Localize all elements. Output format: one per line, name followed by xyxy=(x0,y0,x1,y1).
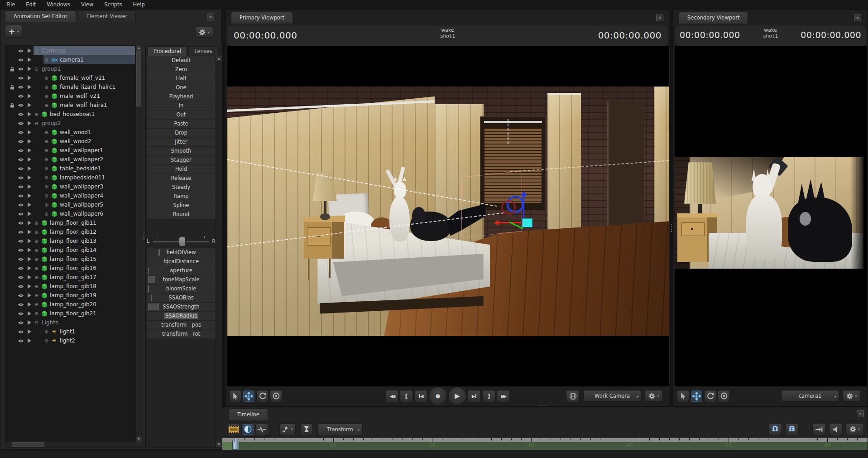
tree-row-wall_wallpaper2[interactable]: ⊕wall_wallpaper2 xyxy=(5,155,136,164)
tab-element-viewer[interactable]: Element Viewer xyxy=(78,10,136,22)
eye-icon[interactable] xyxy=(18,330,24,334)
tab-animation-set-editor[interactable]: Animation Set Editor xyxy=(5,10,76,22)
expander-collapse-icon[interactable]: ⊖ xyxy=(34,48,38,53)
tree-row-Cameras[interactable]: ⊖Cameras xyxy=(5,46,136,55)
tree-row-table_bedside1[interactable]: ⊕table_bedside1 xyxy=(5,164,136,173)
expander-expand-icon[interactable]: ⊕ xyxy=(34,112,38,117)
expander-expand-icon[interactable]: ⊕ xyxy=(44,76,48,81)
motion-arrow-icon[interactable] xyxy=(28,130,31,135)
tree-row-wall_wallpaper6[interactable]: ⊕wall_wallpaper6 xyxy=(5,209,136,218)
gear-button[interactable]: ▾ xyxy=(846,423,864,435)
preset-button-zero[interactable]: Zero xyxy=(147,65,216,74)
secondary-3d-scene[interactable] xyxy=(675,157,863,269)
preset-button-default[interactable]: Default xyxy=(147,56,216,65)
tree-row-wall_wallpaper5[interactable]: ⊕wall_wallpaper5 xyxy=(5,200,136,209)
frame-forward-button[interactable]: ▶ xyxy=(468,390,481,402)
parameter-row-transform-rot[interactable]: transform - rot xyxy=(147,330,216,338)
eye-icon[interactable] xyxy=(18,49,24,53)
frame-back-button[interactable]: ◀ xyxy=(414,390,427,402)
parameter-row-SSAORadius[interactable]: SSAORadius xyxy=(147,312,216,320)
parameter-row-fieldOfView[interactable]: fieldOfView xyxy=(147,248,216,257)
eye-icon[interactable] xyxy=(18,185,24,189)
waveform-mode-button[interactable] xyxy=(255,424,268,435)
scroll-up-icon[interactable]: ▲ xyxy=(136,45,142,51)
preset-button-one[interactable]: One xyxy=(147,83,216,92)
tree-row-female_wolf_v21[interactable]: ⊕female_wolf_v21 xyxy=(5,73,136,82)
eye-icon[interactable] xyxy=(18,94,24,98)
close-icon[interactable]: × xyxy=(854,14,861,21)
motion-arrow-icon[interactable] xyxy=(28,76,31,80)
parameter-row-aperture[interactable]: aperture xyxy=(147,266,216,275)
preset-button-round[interactable]: Round xyxy=(147,210,216,219)
expander-expand-icon[interactable]: ⊕ xyxy=(34,257,38,262)
scroll-up-icon[interactable]: ▲ xyxy=(216,56,222,61)
menu-view[interactable]: View xyxy=(81,1,93,8)
preset-vertical-scrollbar[interactable]: ▲ ▼ xyxy=(216,56,222,447)
tree-row-lamp_floor_gib17[interactable]: ⊕lamp_floor_gib17 xyxy=(5,273,136,282)
tree-row-wall_wood1[interactable]: ⊕wall_wood1 xyxy=(5,128,136,137)
motion-arrow-icon[interactable] xyxy=(28,103,31,107)
motion-arrow-icon[interactable] xyxy=(28,329,31,334)
eye-icon[interactable] xyxy=(18,67,24,71)
preset-button-steady[interactable]: Steady xyxy=(147,183,216,192)
rotate-tool-button[interactable] xyxy=(704,390,716,402)
orbit-tool-button[interactable] xyxy=(718,390,730,402)
eye-icon[interactable] xyxy=(18,130,24,135)
expander-expand-icon[interactable]: ⊕ xyxy=(34,230,38,235)
play-to-end-button[interactable] xyxy=(812,423,826,435)
tree-row-lamp_floor_gib14[interactable]: ⊕lamp_floor_gib14 xyxy=(5,246,136,255)
expander-expand-icon[interactable]: ⊕ xyxy=(44,212,48,217)
tree-row-light1[interactable]: ⊕☀light1 xyxy=(5,327,136,336)
eye-icon[interactable] xyxy=(18,194,24,198)
motion-arrow-icon[interactable] xyxy=(28,221,31,225)
menu-scripts[interactable]: Scripts xyxy=(104,1,122,8)
primary-3d-scene[interactable] xyxy=(227,87,669,336)
preset-blend-slider[interactable]: L R ... xyxy=(147,235,216,248)
eye-icon[interactable] xyxy=(18,294,24,298)
tab-procedural[interactable]: Procedural xyxy=(148,46,187,56)
scroll-down-icon[interactable]: ▼ xyxy=(216,442,222,447)
gizmo-arrowhead-blue[interactable] xyxy=(521,191,527,196)
panel-splitter-handle[interactable] xyxy=(142,222,145,250)
expander-expand-icon[interactable]: ⊕ xyxy=(34,239,38,244)
motion-arrow-icon[interactable] xyxy=(28,121,31,125)
clip-start-button[interactable]: [ xyxy=(400,390,413,402)
parameter-row-SSAOStrength[interactable]: SSAOStrength xyxy=(147,303,216,311)
motion-arrow-icon[interactable] xyxy=(28,230,31,234)
expander-expand-icon[interactable]: ⊕ xyxy=(44,148,48,153)
close-icon[interactable]: × xyxy=(857,410,864,417)
rewind-button[interactable]: ◀◀ xyxy=(385,390,398,402)
tree-row-group1[interactable]: ⊖group1 xyxy=(5,64,136,73)
motion-arrow-icon[interactable] xyxy=(28,202,31,207)
expander-expand-icon[interactable]: ⊕ xyxy=(34,284,38,289)
eye-icon[interactable] xyxy=(18,121,24,125)
playhead[interactable] xyxy=(232,438,238,450)
filmstrip-mode-button[interactable] xyxy=(227,424,240,435)
eye-icon[interactable] xyxy=(18,275,24,280)
character-male-wolf[interactable] xyxy=(788,179,852,262)
motion-editor-mode-button[interactable] xyxy=(241,424,254,435)
eye-icon[interactable] xyxy=(18,158,24,162)
snap-magnet-button[interactable]: Ω xyxy=(768,423,782,435)
preset-button-paste[interactable]: Paste xyxy=(147,120,216,128)
preset-button-playhead[interactable]: Playhead xyxy=(147,92,216,101)
slider-handle[interactable] xyxy=(179,237,186,246)
eye-icon[interactable] xyxy=(18,303,24,307)
timeline-ruler[interactable]: 102030405060 xyxy=(222,437,868,450)
eye-icon[interactable] xyxy=(18,85,24,89)
tree-row-wall_wood2[interactable]: ⊕wall_wood2 xyxy=(5,137,136,146)
expander-expand-icon[interactable]: ⊕ xyxy=(44,329,48,334)
tab-lenses[interactable]: Lenses xyxy=(188,46,218,56)
expander-expand-icon[interactable]: ⊕ xyxy=(34,311,38,316)
move-tool-button[interactable] xyxy=(691,390,703,402)
clip-end-button[interactable]: ] xyxy=(482,390,495,402)
expander-expand-icon[interactable]: ⊕ xyxy=(34,221,38,226)
tree-row-wall_wallpaper4[interactable]: ⊕wall_wallpaper4 xyxy=(5,191,136,200)
expander-expand-icon[interactable]: ⊕ xyxy=(44,202,48,207)
expander-expand-icon[interactable]: ⊕ xyxy=(44,175,48,180)
tree-row-lampbedside011[interactable]: ⊕lampbedside011 xyxy=(5,173,136,182)
eye-icon[interactable] xyxy=(18,221,24,225)
expander-expand-icon[interactable]: ⊕ xyxy=(34,248,38,253)
motion-arrow-icon[interactable] xyxy=(28,257,31,261)
motion-arrow-icon[interactable] xyxy=(28,266,31,270)
